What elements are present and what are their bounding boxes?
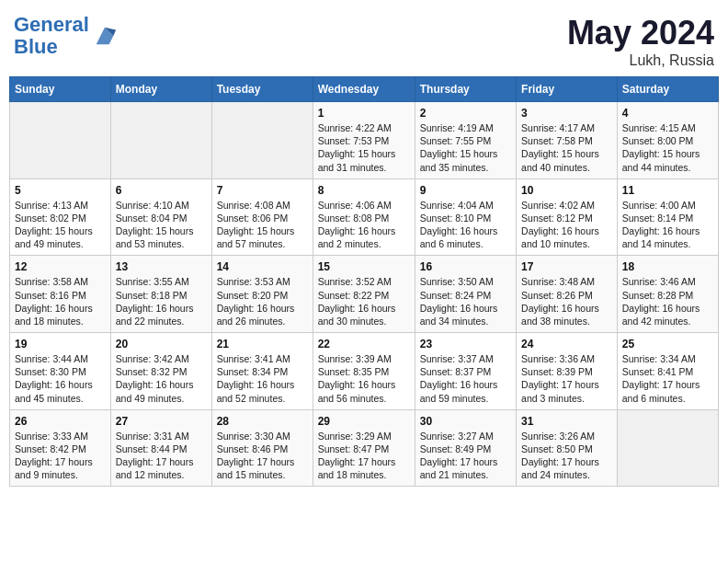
day-info: Sunrise: 3:29 AMSunset: 8:47 PMDaylight:… [318,430,410,482]
day-info: Sunrise: 3:46 AMSunset: 8:28 PMDaylight:… [622,275,713,327]
day-info: Sunrise: 3:26 AMSunset: 8:50 PMDaylight:… [521,430,612,482]
calendar-cell: 8Sunrise: 4:06 AMSunset: 8:08 PMDaylight… [313,178,415,256]
calendar-cell [110,102,211,179]
calendar-week-4: 19Sunrise: 3:44 AMSunset: 8:30 PMDayligh… [10,333,719,410]
calendar-cell: 25Sunrise: 3:34 AMSunset: 8:41 PMDayligh… [617,333,718,410]
weekday-thursday: Thursday [415,77,516,102]
page-header: General Blue May 2024 Lukh, Russia [9,9,719,69]
day-number: 1 [318,107,410,120]
day-info: Sunrise: 3:53 AMSunset: 8:20 PMDaylight:… [217,275,308,327]
weekday-monday: Monday [110,77,211,102]
calendar-cell: 6Sunrise: 4:10 AMSunset: 8:04 PMDaylight… [110,178,211,256]
day-number: 27 [116,415,207,428]
day-info: Sunrise: 4:04 AMSunset: 8:10 PMDaylight:… [420,199,511,251]
day-info: Sunrise: 3:41 AMSunset: 8:34 PMDaylight:… [217,352,308,405]
logo-text: General Blue [14,14,89,58]
day-info: Sunrise: 3:44 AMSunset: 8:30 PMDaylight:… [15,352,106,405]
calendar-cell: 28Sunrise: 3:30 AMSunset: 8:46 PMDayligh… [211,409,313,487]
calendar-cell [211,102,313,179]
calendar-week-3: 12Sunrise: 3:58 AMSunset: 8:16 PMDayligh… [10,256,719,333]
calendar-cell: 2Sunrise: 4:19 AMSunset: 7:55 PMDaylight… [415,102,516,179]
calendar-cell: 16Sunrise: 3:50 AMSunset: 8:24 PMDayligh… [415,256,516,333]
calendar-week-5: 26Sunrise: 3:33 AMSunset: 8:42 PMDayligh… [10,409,719,487]
day-info: Sunrise: 4:06 AMSunset: 8:08 PMDaylight:… [318,199,410,251]
day-number: 30 [420,415,511,428]
calendar-cell: 18Sunrise: 3:46 AMSunset: 8:28 PMDayligh… [617,256,718,333]
calendar-cell: 10Sunrise: 4:02 AMSunset: 8:12 PMDayligh… [517,178,618,256]
weekday-saturday: Saturday [617,77,718,102]
calendar-cell: 15Sunrise: 3:52 AMSunset: 8:22 PMDayligh… [313,256,415,333]
day-number: 7 [217,184,308,197]
logo: General Blue [14,14,118,58]
weekday-friday: Friday [517,77,618,102]
day-number: 22 [318,338,410,350]
day-info: Sunrise: 4:15 AMSunset: 8:00 PMDaylight:… [622,121,713,174]
day-number: 20 [116,338,207,350]
weekday-wednesday: Wednesday [313,77,415,102]
day-number: 16 [420,260,511,273]
day-number: 25 [622,338,713,350]
day-info: Sunrise: 3:27 AMSunset: 8:49 PMDaylight:… [420,430,511,482]
day-info: Sunrise: 3:58 AMSunset: 8:16 PMDaylight:… [15,275,106,327]
day-info: Sunrise: 3:52 AMSunset: 8:22 PMDaylight:… [318,275,410,327]
day-info: Sunrise: 3:31 AMSunset: 8:44 PMDaylight:… [116,430,207,482]
calendar-cell: 17Sunrise: 3:48 AMSunset: 8:26 PMDayligh… [517,256,618,333]
calendar-cell: 22Sunrise: 3:39 AMSunset: 8:35 PMDayligh… [313,333,415,410]
calendar-cell: 9Sunrise: 4:04 AMSunset: 8:10 PMDaylight… [415,178,516,256]
calendar-cell: 23Sunrise: 3:37 AMSunset: 8:37 PMDayligh… [415,333,516,410]
day-number: 4 [622,107,713,120]
day-number: 24 [521,338,612,350]
calendar-week-2: 5Sunrise: 4:13 AMSunset: 8:02 PMDaylight… [10,178,719,256]
calendar-cell: 7Sunrise: 4:08 AMSunset: 8:06 PMDaylight… [211,178,313,256]
day-number: 5 [15,184,106,197]
day-number: 19 [15,338,106,350]
calendar-cell: 31Sunrise: 3:26 AMSunset: 8:50 PMDayligh… [517,409,618,487]
location-title: Lukh, Russia [567,52,714,69]
calendar-cell: 24Sunrise: 3:36 AMSunset: 8:39 PMDayligh… [517,333,618,410]
day-number: 9 [420,184,511,197]
calendar-cell: 11Sunrise: 4:00 AMSunset: 8:14 PMDayligh… [617,178,718,256]
calendar-cell [617,409,718,487]
day-number: 12 [15,260,106,273]
day-number: 28 [217,415,308,428]
day-info: Sunrise: 4:19 AMSunset: 7:55 PMDaylight:… [420,121,511,174]
day-info: Sunrise: 4:08 AMSunset: 8:06 PMDaylight:… [217,199,308,251]
calendar-table: SundayMondayTuesdayWednesdayThursdayFrid… [9,76,719,487]
day-info: Sunrise: 3:42 AMSunset: 8:32 PMDaylight:… [116,352,207,405]
calendar-cell: 20Sunrise: 3:42 AMSunset: 8:32 PMDayligh… [110,333,211,410]
calendar-cell: 1Sunrise: 4:22 AMSunset: 7:53 PMDaylight… [313,102,415,179]
weekday-sunday: Sunday [10,77,111,102]
day-number: 15 [318,260,410,273]
day-number: 14 [217,260,308,273]
calendar-cell: 3Sunrise: 4:17 AMSunset: 7:58 PMDaylight… [517,102,618,179]
day-number: 3 [521,107,612,120]
day-info: Sunrise: 4:13 AMSunset: 8:02 PMDaylight:… [15,199,106,251]
calendar-cell: 12Sunrise: 3:58 AMSunset: 8:16 PMDayligh… [10,256,111,333]
calendar-body: 1Sunrise: 4:22 AMSunset: 7:53 PMDaylight… [10,102,719,487]
calendar-cell: 4Sunrise: 4:15 AMSunset: 8:00 PMDaylight… [617,102,718,179]
day-info: Sunrise: 4:10 AMSunset: 8:04 PMDaylight:… [116,199,207,251]
calendar-cell: 21Sunrise: 3:41 AMSunset: 8:34 PMDayligh… [211,333,313,410]
day-info: Sunrise: 3:36 AMSunset: 8:39 PMDaylight:… [521,352,612,405]
day-info: Sunrise: 4:02 AMSunset: 8:12 PMDaylight:… [521,199,612,251]
logo-icon [92,23,118,49]
day-info: Sunrise: 3:30 AMSunset: 8:46 PMDaylight:… [217,430,308,482]
day-number: 13 [116,260,207,273]
day-number: 6 [116,184,207,197]
day-number: 8 [318,184,410,197]
day-info: Sunrise: 3:55 AMSunset: 8:18 PMDaylight:… [116,275,207,327]
day-number: 10 [521,184,612,197]
calendar-cell: 14Sunrise: 3:53 AMSunset: 8:20 PMDayligh… [211,256,313,333]
calendar-cell [10,102,111,179]
day-info: Sunrise: 3:34 AMSunset: 8:41 PMDaylight:… [622,352,713,405]
day-number: 23 [420,338,511,350]
day-info: Sunrise: 4:17 AMSunset: 7:58 PMDaylight:… [521,121,612,174]
calendar-cell: 5Sunrise: 4:13 AMSunset: 8:02 PMDaylight… [10,178,111,256]
day-number: 21 [217,338,308,350]
day-info: Sunrise: 4:00 AMSunset: 8:14 PMDaylight:… [622,199,713,251]
day-info: Sunrise: 3:48 AMSunset: 8:26 PMDaylight:… [521,275,612,327]
day-info: Sunrise: 3:39 AMSunset: 8:35 PMDaylight:… [318,352,410,405]
day-number: 29 [318,415,410,428]
calendar-header: SundayMondayTuesdayWednesdayThursdayFrid… [10,77,719,102]
calendar-cell: 13Sunrise: 3:55 AMSunset: 8:18 PMDayligh… [110,256,211,333]
